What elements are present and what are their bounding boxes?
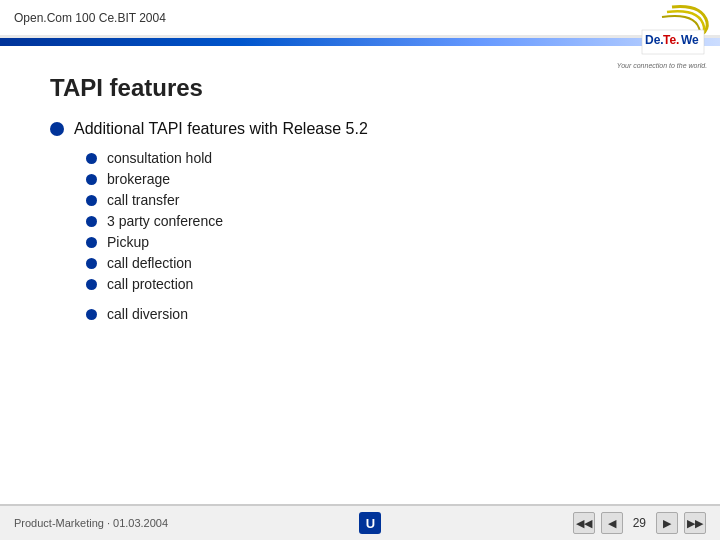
sub-list-group1: consultation hold brokerage call transfe… bbox=[86, 150, 670, 292]
sub-item-text: call deflection bbox=[107, 255, 192, 271]
bullet-sub-icon bbox=[86, 279, 97, 290]
nav-last-button[interactable]: ▶▶ bbox=[684, 512, 706, 534]
bullet-sub-icon bbox=[86, 309, 97, 320]
section-header: Additional TAPI features with Release 5.… bbox=[50, 120, 670, 138]
section-header-text: Additional TAPI features with Release 5.… bbox=[74, 120, 368, 138]
list-item: call transfer bbox=[86, 192, 670, 208]
sub-item-text: call diversion bbox=[107, 306, 188, 322]
main-content: TAPI features Additional TAPI features w… bbox=[0, 46, 720, 356]
footer-icon-area: U bbox=[359, 512, 381, 534]
sub-item-text: brokerage bbox=[107, 171, 170, 187]
bullet-main-icon bbox=[50, 122, 64, 136]
sub-list-group2: call diversion bbox=[86, 306, 670, 322]
page-number: 29 bbox=[629, 516, 650, 530]
bullet-sub-icon bbox=[86, 174, 97, 185]
list-item: call protection bbox=[86, 276, 670, 292]
sub-item-text: consultation hold bbox=[107, 150, 212, 166]
svg-text:De.: De. bbox=[645, 33, 664, 47]
svg-text:Te.: Te. bbox=[663, 33, 679, 47]
header-title: Open.Com 100 Ce.BIT 2004 bbox=[14, 11, 166, 25]
nav-next-button[interactable]: ▶ bbox=[656, 512, 678, 534]
logo-tagline: Your connection to the world. bbox=[612, 62, 712, 69]
list-item: call deflection bbox=[86, 255, 670, 271]
nav-prev-button[interactable]: ◀ bbox=[601, 512, 623, 534]
svg-text:We: We bbox=[681, 33, 699, 47]
bullet-sub-icon bbox=[86, 237, 97, 248]
footer-nav: ◀◀ ◀ 29 ▶ ▶▶ bbox=[573, 512, 706, 534]
sub-item-text: call protection bbox=[107, 276, 193, 292]
sub-item-text: call transfer bbox=[107, 192, 179, 208]
page-title: TAPI features bbox=[50, 74, 670, 102]
list-item: consultation hold bbox=[86, 150, 670, 166]
bullet-sub-icon bbox=[86, 195, 97, 206]
nav-first-button[interactable]: ◀◀ bbox=[573, 512, 595, 534]
list-item: 3 party conference bbox=[86, 213, 670, 229]
list-item: Pickup bbox=[86, 234, 670, 250]
bullet-sub-icon bbox=[86, 216, 97, 227]
footer-home-icon[interactable]: U bbox=[359, 512, 381, 534]
footer: Product-Marketing · 01.03.2004 U ◀◀ ◀ 29… bbox=[0, 504, 720, 540]
sub-item-text: Pickup bbox=[107, 234, 149, 250]
bullet-sub-icon bbox=[86, 153, 97, 164]
list-item: call diversion bbox=[86, 306, 670, 322]
sub-item-text: 3 party conference bbox=[107, 213, 223, 229]
footer-text: Product-Marketing · 01.03.2004 bbox=[14, 517, 168, 529]
bullet-sub-icon bbox=[86, 258, 97, 269]
logo-area: De. Te. We Your connection to the world. bbox=[612, 2, 712, 62]
list-item: brokerage bbox=[86, 171, 670, 187]
